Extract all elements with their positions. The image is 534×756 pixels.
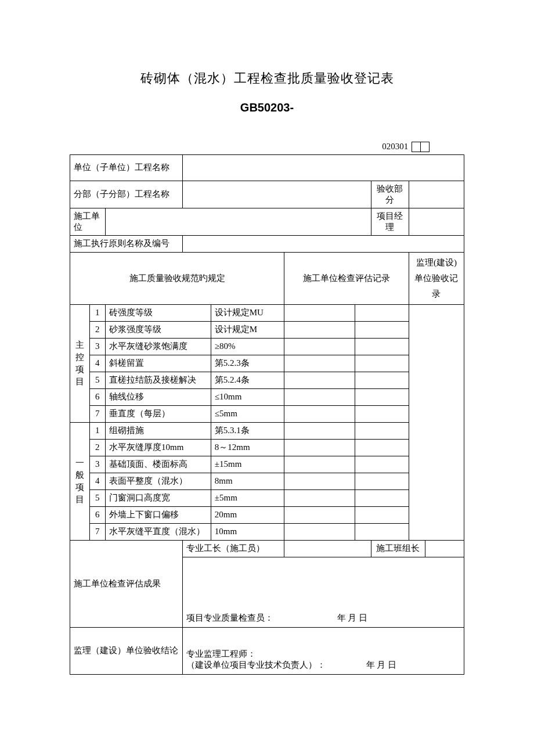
item-name: 基础顶面、楼面标高 (106, 456, 211, 473)
item-spec: ≥80% (211, 338, 284, 355)
supervise-record-col-header: 监理(建设)单位验收记录 (409, 252, 464, 304)
row-num: 1 (89, 304, 105, 321)
standard-name-label: 施工执行原则名称及编号 (70, 235, 183, 252)
item-name: 轴线位移 (106, 388, 211, 405)
check-cell (355, 321, 409, 338)
item-spec: 第5.2.4条 (211, 372, 284, 388)
standard-name-value (182, 235, 464, 252)
item-spec: ≤5mm (211, 405, 284, 422)
item-spec: 8～12mm (211, 439, 284, 456)
foreman-label: 专业工长（施工员） (182, 540, 284, 557)
accept-part-value (409, 181, 464, 208)
check-cell (284, 338, 355, 355)
check-cell (355, 355, 409, 372)
check-cell (355, 489, 409, 506)
unit-name-label: 单位（子单位）工程名称 (70, 154, 183, 181)
item-spec: ≤10mm (211, 388, 284, 405)
row-num: 7 (89, 523, 105, 540)
item-name: 水平灰缝厚度10mm (106, 439, 211, 456)
item-spec: ±15mm (211, 456, 284, 473)
engineer-signature: 专业监理工程师： （建设单位项目专业技术负责人）：年 月 日 (182, 627, 464, 674)
item-spec: 20mm (211, 506, 284, 523)
foreman-value (284, 540, 371, 557)
check-cell (284, 523, 355, 540)
item-name: 砂浆强度等级 (106, 321, 211, 338)
page-title: 砖砌体（混水）工程检查批质量验收登记表 (70, 70, 464, 87)
item-name: 表面平整度（混水） (106, 473, 211, 489)
form-number: 020301 (382, 142, 408, 152)
check-cell (284, 355, 355, 372)
check-cell (284, 506, 355, 523)
check-cell (284, 321, 355, 338)
check-cell (355, 405, 409, 422)
item-spec: 第5.3.1条 (211, 422, 284, 439)
form-number-row: 020301 (70, 141, 464, 152)
item-spec: 10mm (211, 523, 284, 540)
row-num: 5 (89, 372, 105, 388)
group-a-label: 主控项目 (70, 304, 90, 422)
row-num: 2 (89, 321, 105, 338)
row-num: 6 (89, 506, 105, 523)
check-cell (355, 523, 409, 540)
check-cell (284, 422, 355, 439)
item-name: 斜槎留置 (106, 355, 211, 372)
inspection-table: 单位（子单位）工程名称 分部（子分部）工程名称 验收部分 施工单位 项目经理 施… (70, 154, 464, 675)
item-spec: 8mm (211, 473, 284, 489)
row-num: 4 (89, 473, 105, 489)
row-num: 7 (89, 405, 105, 422)
construction-unit-label: 施工单位 (70, 208, 106, 235)
team-leader-label: 施工班组长 (371, 540, 425, 557)
check-cell (355, 304, 409, 321)
item-name: 垂直度（每层） (106, 405, 211, 422)
row-num: 3 (89, 338, 105, 355)
sub-name-label: 分部（子分部）工程名称 (70, 181, 183, 208)
check-cell (284, 456, 355, 473)
check-cell (284, 304, 355, 321)
check-cell (284, 439, 355, 456)
check-cell (355, 506, 409, 523)
spec-col-header: 施工质量验收规范旳规定 (70, 252, 284, 304)
project-manager-value (409, 208, 464, 235)
team-leader-value (425, 540, 464, 557)
item-spec: 设计规定MU (211, 304, 284, 321)
row-num: 4 (89, 355, 105, 372)
form-number-boxes (412, 141, 430, 152)
supervise-record-cell (409, 304, 464, 540)
check-cell (355, 422, 409, 439)
unit-name-value (182, 154, 464, 181)
check-cell (355, 473, 409, 489)
construction-unit-value (106, 208, 371, 235)
row-num: 1 (89, 422, 105, 439)
accept-part-label: 验收部分 (371, 181, 409, 208)
check-cell (355, 372, 409, 388)
project-manager-label: 项目经理 (371, 208, 409, 235)
row-num: 2 (89, 439, 105, 456)
conclusion-label: 监理（建设）单位验收结论 (70, 627, 183, 674)
check-cell (355, 456, 409, 473)
check-cell (284, 405, 355, 422)
item-name: 组砌措施 (106, 422, 211, 439)
group-b-label: 一般项目 (70, 422, 90, 540)
row-num: 6 (89, 388, 105, 405)
item-name: 砖强度等级 (106, 304, 211, 321)
check-cell (284, 489, 355, 506)
item-spec: 第5.2.3条 (211, 355, 284, 372)
item-spec: ±5mm (211, 489, 284, 506)
standard-code: GB50203- (70, 101, 464, 114)
check-cell (355, 388, 409, 405)
item-spec: 设计规定M (211, 321, 284, 338)
item-name: 水平灰缝平直度（混水） (106, 523, 211, 540)
sub-name-value (182, 181, 371, 208)
check-cell (355, 338, 409, 355)
check-record-col-header: 施工单位检查评估记录 (284, 252, 409, 304)
item-name: 直槎拉结筋及接槎解决 (106, 372, 211, 388)
check-cell (284, 388, 355, 405)
item-name: 外墙上下窗口偏移 (106, 506, 211, 523)
check-cell (355, 439, 409, 456)
result-label: 施工单位检查评估成果 (70, 540, 183, 627)
row-num: 3 (89, 456, 105, 473)
inspector-signature: 项目专业质量检查员：年 月 日 (182, 557, 464, 627)
check-cell (284, 372, 355, 388)
item-name: 水平灰缝砂浆饱满度 (106, 338, 211, 355)
check-cell (284, 473, 355, 489)
